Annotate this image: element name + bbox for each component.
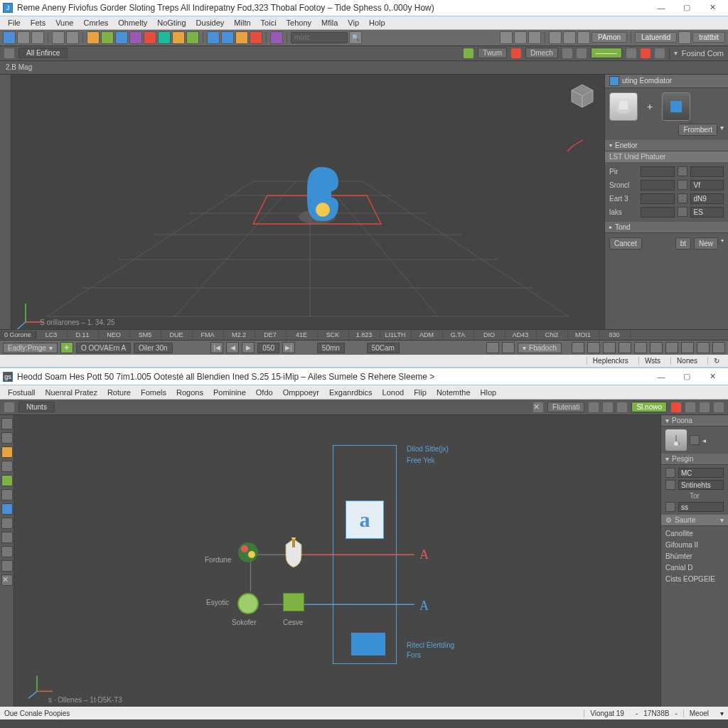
- viewport-3d[interactable]: S orillarones – 1. 34. 25: [11, 75, 604, 329]
- tool-icon[interactable]: [115, 31, 128, 44]
- shelf-icon[interactable]: [589, 402, 599, 412]
- tool-icon[interactable]: [1, 475, 13, 486]
- node-esyotic[interactable]: [236, 592, 260, 616]
- text-field[interactable]: ss: [678, 502, 724, 512]
- close-button[interactable]: ✕: [700, 1, 725, 15]
- menu-item[interactable]: Mfila: [316, 17, 343, 28]
- menu-item[interactable]: Rogons: [171, 387, 208, 398]
- list-item[interactable]: Gifouma II: [665, 540, 724, 550]
- tool-icon[interactable]: [186, 31, 199, 44]
- step-fwd-icon[interactable]: ▶|: [282, 342, 295, 353]
- option-icon[interactable]: [690, 435, 700, 445]
- menu-item[interactable]: Hlop: [476, 387, 502, 398]
- frame-button[interactable]: Frombert: [678, 124, 717, 136]
- menu-item[interactable]: Fomels: [136, 387, 171, 398]
- tool-icon[interactable]: [221, 31, 234, 44]
- bt-button[interactable]: bt: [675, 237, 691, 250]
- inspector-tab[interactable]: 2.B Mag: [6, 63, 32, 71]
- timeline-tick[interactable]: DE7: [255, 331, 287, 339]
- toolbar-pill[interactable]: PAmon: [592, 32, 627, 43]
- play-icon[interactable]: ✚: [60, 342, 73, 353]
- picker-icon[interactable]: [678, 180, 687, 190]
- range-combo[interactable]: ▾Fbadoch: [518, 343, 562, 353]
- node-rect[interactable]: [351, 633, 385, 655]
- panel-header[interactable]: ▾Poona: [661, 415, 728, 427]
- range-combo[interactable]: Eadly:Pmge▾: [3, 343, 58, 353]
- menu-item[interactable]: Lonod: [378, 387, 410, 398]
- shelf-icon[interactable]: [626, 48, 636, 58]
- timeline-tick[interactable]: SCK: [318, 331, 349, 339]
- chevron-down-icon[interactable]: ▾: [720, 710, 724, 717]
- text-field[interactable]: [641, 193, 675, 204]
- node[interactable]: a: [346, 500, 384, 539]
- field[interactable]: O OOVAErn A: [76, 343, 131, 353]
- tool-icon[interactable]: [1, 418, 13, 429]
- menu-item[interactable]: Miltn: [229, 17, 255, 28]
- shelf-icon[interactable]: [4, 402, 14, 412]
- menu-item[interactable]: Omppoeyr: [278, 387, 324, 398]
- picker-icon[interactable]: [665, 502, 675, 512]
- close-button[interactable]: ✕: [700, 370, 725, 384]
- menu-item[interactable]: Pominine: [208, 387, 251, 398]
- layout-icon[interactable]: [634, 342, 647, 353]
- search-input[interactable]: [291, 32, 348, 43]
- tool-icon[interactable]: [1, 461, 13, 472]
- field[interactable]: 50Cam: [367, 343, 400, 353]
- timeline-tick[interactable]: SM5: [130, 331, 161, 339]
- tool-icon[interactable]: [1, 489, 13, 500]
- timeline-tick[interactable]: LI1LTH: [380, 331, 412, 339]
- tool-icon[interactable]: [144, 31, 156, 44]
- shelf-tab[interactable]: Ntunts: [18, 402, 55, 412]
- tool-icon[interactable]: [500, 31, 513, 44]
- shelf-tab[interactable]: All Enfince: [18, 48, 68, 58]
- menu-item[interactable]: Holp: [364, 17, 390, 28]
- tool-icon[interactable]: [1, 546, 13, 557]
- timeline-tick[interactable]: LC3: [36, 331, 68, 339]
- shelf-icon[interactable]: [562, 48, 572, 58]
- shelf-icon[interactable]: [641, 48, 651, 58]
- save-icon[interactable]: [31, 31, 44, 44]
- layout-icon[interactable]: [665, 342, 678, 353]
- list-item[interactable]: Bhümter: [665, 552, 724, 561]
- text-field[interactable]: ES: [690, 207, 724, 218]
- shelf-icon[interactable]: [700, 402, 710, 412]
- menu-item[interactable]: Dusidey: [191, 17, 230, 28]
- status-segment[interactable]: Heplenckrs: [587, 357, 634, 365]
- timeline-tick[interactable]: ADM: [412, 331, 443, 339]
- menu-item[interactable]: Vune: [50, 17, 78, 28]
- tool-icon[interactable]: [1, 560, 13, 572]
- menu-item[interactable]: Exganrdbics: [324, 387, 378, 398]
- tool-icon[interactable]: [549, 31, 562, 44]
- search-icon[interactable]: 🔍: [349, 31, 362, 44]
- play-icon[interactable]: ▶: [242, 342, 255, 353]
- tool-icon[interactable]: [514, 31, 527, 44]
- tool-icon[interactable]: [270, 31, 283, 44]
- timeline-tick[interactable]: D.11: [68, 331, 99, 339]
- toolbar-pill[interactable]: trattbit: [692, 32, 725, 43]
- spinner-prev-icon[interactable]: -: [636, 710, 638, 717]
- close-icon[interactable]: ✕: [533, 402, 543, 412]
- list-item[interactable]: Canollite: [665, 529, 724, 538]
- minimize-button[interactable]: —: [648, 1, 674, 15]
- timeline-tick[interactable]: M2.2: [224, 331, 255, 339]
- status-segment[interactable]: Nones: [670, 357, 703, 365]
- shelf-icon[interactable]: [617, 402, 627, 412]
- text-field[interactable]: [641, 180, 675, 191]
- asset-thumb-icon[interactable]: [609, 92, 638, 121]
- tool-icon[interactable]: [235, 31, 248, 44]
- timeline-tick[interactable]: DUE: [161, 331, 193, 339]
- layout-icon[interactable]: [572, 342, 584, 353]
- tool-icon[interactable]: [172, 31, 185, 44]
- menu-item[interactable]: Fostuall: [3, 387, 41, 398]
- list-item[interactable]: Canial D: [665, 563, 724, 572]
- timeline-tick[interactable]: 830: [599, 331, 631, 339]
- tool-icon[interactable]: [528, 31, 541, 44]
- layout-icon[interactable]: [603, 342, 616, 353]
- menu-item[interactable]: File: [3, 17, 26, 28]
- timeline-tick[interactable]: MOI1: [568, 331, 599, 339]
- shelf-icon[interactable]: [603, 402, 613, 412]
- timeline-tick[interactable]: G.TA: [443, 331, 474, 339]
- tool-icon[interactable]: [1, 446, 13, 458]
- shelf-button[interactable]: Sl.nowo: [631, 402, 667, 412]
- asset-thumb-icon[interactable]: [665, 429, 687, 451]
